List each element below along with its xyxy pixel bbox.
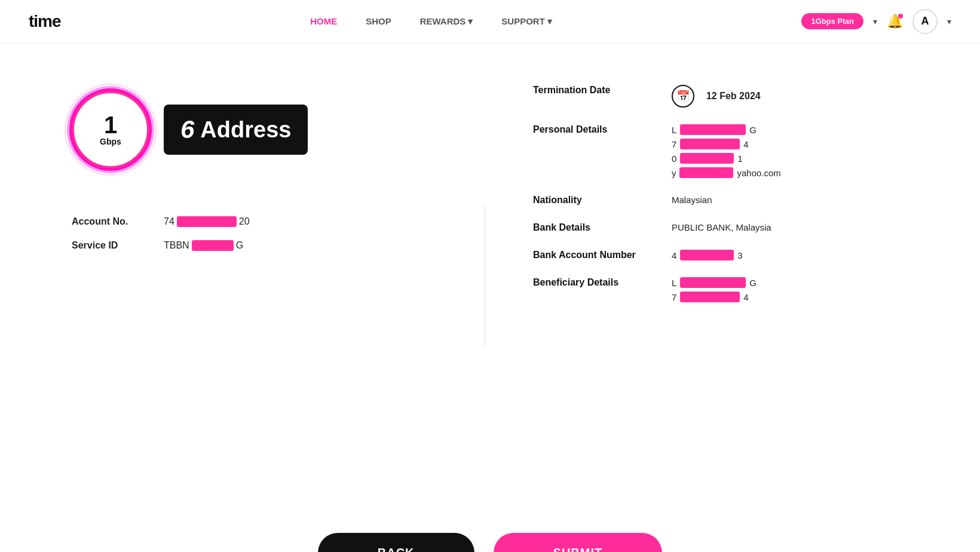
- navbar: time HOME SHOP REWARDS ▾ SUPPORT ▾ 1Gbps…: [0, 0, 980, 43]
- account-info: Account No. 74 20 Service ID TBBN G: [72, 216, 250, 264]
- service-id-label: Service ID: [72, 240, 149, 251]
- personal-line3: 0 1: [672, 153, 781, 164]
- bank-account-value: 4 3: [672, 250, 743, 260]
- plan-badge: 1Gbps Plan: [801, 13, 863, 29]
- main-content: 1 Gbps 6 Address Account No. 74 20 Servi…: [0, 43, 980, 509]
- bank-account-row: Bank Account Number 4 3: [533, 250, 908, 260]
- gbps-circle: 1 Gbps: [72, 91, 149, 168]
- service-id-value: TBBN G: [164, 240, 243, 251]
- plan-visual: 1 Gbps 6 Address: [72, 91, 308, 168]
- bank-account-label: Bank Account Number: [533, 250, 653, 260]
- account-no-label: Account No.: [72, 216, 149, 227]
- notification-bell[interactable]: 🔔: [887, 14, 903, 29]
- nav-right: 1Gbps Plan ▾ 🔔 A ▾: [801, 9, 951, 34]
- beneficiary-line2: 7 4: [672, 292, 757, 302]
- nav-home[interactable]: HOME: [310, 16, 337, 26]
- personal-line1: L G: [672, 124, 781, 135]
- button-row: BACK SUBMIT: [0, 509, 980, 552]
- nav-support[interactable]: SUPPORT ▾: [501, 16, 552, 27]
- termination-value: 📅 12 Feb 2024: [672, 85, 761, 108]
- beneficiary-value: L G 7 4: [672, 277, 757, 302]
- beneficiary-redact-1: [680, 277, 746, 288]
- termination-row: Termination Date 📅 12 Feb 2024: [533, 85, 908, 108]
- personal-value: L G 7 4 0 1 y yahoo.com: [672, 124, 781, 178]
- personal-details-row: Personal Details L G 7 4 0 1: [533, 124, 908, 178]
- address-badge: 6 Address: [164, 105, 308, 155]
- beneficiary-row: Beneficiary Details L G 7 4: [533, 277, 908, 302]
- beneficiary-label: Beneficiary Details: [533, 277, 653, 288]
- bank-account-redact: [680, 250, 734, 260]
- plan-dropdown-chevron[interactable]: ▾: [873, 17, 877, 26]
- avatar[interactable]: A: [912, 9, 938, 34]
- nationality-label: Nationality: [533, 195, 653, 206]
- gbps-number: 1: [104, 113, 117, 137]
- personal-redact-1: [680, 124, 746, 135]
- gbps-unit: Gbps: [100, 137, 121, 146]
- back-button[interactable]: BACK: [318, 533, 474, 552]
- personal-redact-2: [680, 139, 740, 149]
- submit-button[interactable]: SUBMIT: [494, 533, 663, 552]
- notification-dot: [898, 14, 903, 19]
- nav-shop[interactable]: SHOP: [366, 16, 391, 26]
- nationality-row: Nationality Malaysian: [533, 195, 908, 206]
- personal-redact-3: [680, 153, 734, 164]
- service-id-redact: [192, 240, 234, 251]
- calendar-icon: 📅: [672, 85, 694, 108]
- personal-email: y yahoo.com: [672, 167, 781, 178]
- bank-details-row: Bank Details PUBLIC BANK, Malaysia: [533, 222, 908, 233]
- personal-label: Personal Details: [533, 124, 653, 135]
- address-num: 6: [180, 115, 194, 144]
- nav-links: HOME SHOP REWARDS ▾ SUPPORT ▾: [310, 16, 552, 27]
- service-id-row: Service ID TBBN G: [72, 240, 250, 251]
- chevron-down-icon: ▾: [468, 16, 473, 27]
- account-no-redact: [177, 216, 237, 227]
- termination-label: Termination Date: [533, 85, 653, 96]
- address-label: Address: [200, 117, 291, 143]
- chevron-down-icon: ▾: [547, 16, 552, 27]
- beneficiary-line1: L G: [672, 277, 757, 288]
- nationality-value: Malaysian: [672, 195, 712, 205]
- beneficiary-redact-2: [680, 292, 740, 302]
- vertical-divider: [485, 204, 485, 348]
- bank-details-label: Bank Details: [533, 222, 653, 233]
- right-panel: Termination Date 📅 12 Feb 2024 Personal …: [533, 79, 908, 473]
- personal-redact-email: [679, 167, 733, 178]
- bank-account-inline: 4 3: [672, 250, 743, 260]
- logo: time: [29, 12, 61, 31]
- left-panel: 1 Gbps 6 Address Account No. 74 20 Servi…: [72, 79, 413, 473]
- personal-line2: 7 4: [672, 139, 781, 149]
- account-no-value: 74 20: [164, 216, 250, 227]
- bank-details-value: PUBLIC BANK, Malaysia: [672, 222, 771, 232]
- avatar-dropdown-chevron[interactable]: ▾: [947, 17, 951, 26]
- account-no-row: Account No. 74 20: [72, 216, 250, 227]
- nav-rewards[interactable]: REWARDS ▾: [420, 16, 473, 27]
